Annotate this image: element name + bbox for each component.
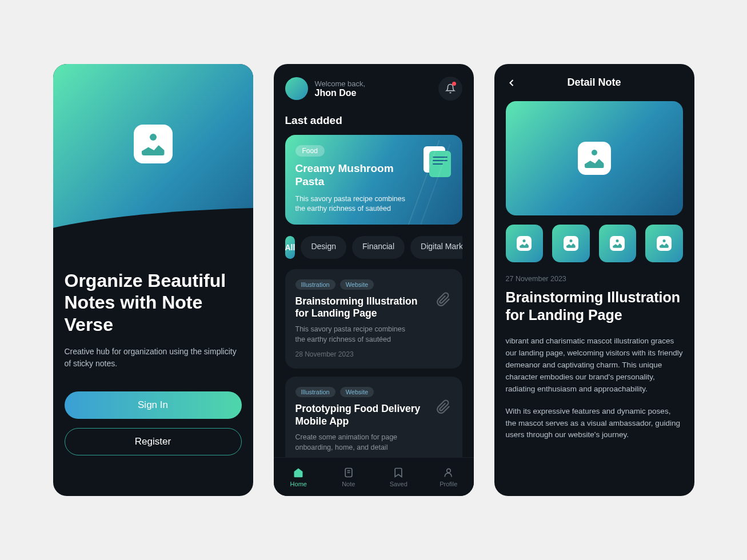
bell-icon (445, 83, 456, 94)
featured-title: Creamy Mushroom Pasta (295, 162, 398, 189)
filter-financial[interactable]: Financial (352, 236, 405, 259)
featured-tag: Food (295, 145, 325, 157)
register-button[interactable]: Register (65, 428, 242, 455)
nav-home[interactable]: Home (274, 458, 324, 496)
back-icon[interactable] (506, 77, 517, 89)
detail-header-title: Detail Note (517, 77, 683, 89)
home-icon (293, 467, 304, 478)
nav-label: Saved (390, 481, 408, 487)
detail-hero-image[interactable] (506, 101, 683, 215)
filter-digital[interactable]: Digital Market (410, 236, 462, 259)
user-name: Jhon Doe (315, 88, 366, 98)
detail-title: Brainstorming Illustration for Landing P… (506, 289, 683, 325)
thumbnail[interactable] (599, 225, 637, 262)
image-icon (517, 236, 532, 251)
nav-saved[interactable]: Saved (374, 458, 424, 496)
last-added-title: Last added (285, 114, 462, 127)
detail-screen: Detail Note 27 November 2023 Brainstormi… (494, 64, 694, 496)
nav-label: Profile (440, 481, 457, 487)
user-icon (443, 467, 454, 478)
note-tag: Website (340, 279, 374, 290)
note-title: Prototyping Food Delivery Mobile App (295, 403, 421, 428)
note-tag: Illustration (295, 279, 335, 290)
featured-desc: This savory pasta recipe combines the ea… (295, 194, 410, 214)
note-date: 28 November 2023 (295, 350, 452, 358)
bottom-nav: Home Note Saved Profile (274, 457, 474, 496)
note-title: Brainstorming Illustration for Landing P… (295, 295, 421, 321)
paperclip-icon (436, 292, 451, 307)
nav-profile[interactable]: Profile (424, 458, 474, 496)
filter-chips: All Design Financial Digital Market (285, 236, 462, 259)
svg-point-3 (446, 469, 450, 473)
onboarding-screen: Organize Beautiful Notes with Note Verse… (53, 64, 253, 496)
thumbnail[interactable] (552, 225, 590, 262)
detail-body-p1: vibrant and charismatic mascot illustrat… (506, 335, 683, 395)
onboard-subtitle: Creative hub for organization using the … (65, 346, 242, 370)
notifications-button[interactable] (438, 77, 462, 101)
detail-date: 27 November 2023 (506, 275, 683, 283)
thumbnail[interactable] (506, 225, 544, 262)
signin-button[interactable]: Sign In (65, 391, 242, 419)
filter-all[interactable]: All (285, 236, 295, 259)
thumbnail[interactable] (645, 225, 683, 262)
nav-label: Home (290, 481, 307, 487)
note-desc: Create some animation for page onboardin… (295, 433, 416, 453)
image-icon (564, 236, 578, 251)
onboard-title: Organize Beautiful Notes with Note Verse (65, 270, 242, 335)
image-icon (134, 125, 173, 163)
image-icon (657, 236, 672, 251)
home-screen: Welcome back, Jhon Doe Last added Food C… (274, 64, 474, 496)
nav-label: Note (342, 481, 355, 487)
image-icon (610, 236, 625, 251)
nav-note[interactable]: Note (323, 458, 374, 496)
note-card[interactable]: Illustration Website Brainstorming Illus… (285, 269, 462, 369)
note-tag: Illustration (295, 387, 335, 397)
thumbnail-row (506, 225, 683, 262)
bookmark-icon (393, 467, 404, 478)
document-icon (424, 146, 451, 178)
note-icon (343, 467, 354, 478)
filter-design[interactable]: Design (301, 236, 346, 259)
welcome-label: Welcome back, (315, 79, 366, 88)
note-desc: This savory pasta recipe combines the ea… (295, 325, 416, 345)
image-icon (578, 142, 611, 175)
note-tag: Website (340, 387, 374, 397)
avatar[interactable] (285, 77, 308, 100)
onboard-hero (53, 64, 253, 253)
detail-body-p2: With its expressive features and dynamic… (506, 406, 683, 442)
featured-note-card[interactable]: Food Creamy Mushroom Pasta This savory p… (285, 135, 462, 225)
paperclip-icon (436, 399, 451, 414)
